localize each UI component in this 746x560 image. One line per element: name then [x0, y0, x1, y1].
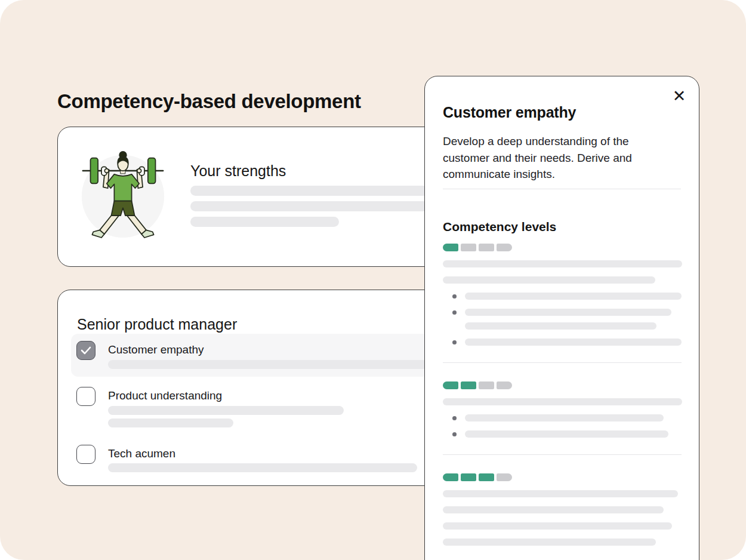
placeholder-bar — [465, 339, 682, 346]
placeholder-bar — [443, 276, 655, 284]
close-icon[interactable]: ✕ — [669, 86, 689, 106]
panel-divider — [443, 189, 681, 189]
bullet-item — [443, 339, 682, 346]
placeholder-bar — [108, 419, 233, 427]
level-3-progress-segments — [443, 473, 682, 481]
placeholder-bar — [443, 506, 664, 513]
placeholder-bar — [108, 406, 344, 415]
bullet-dot — [452, 310, 457, 315]
level-divider — [443, 454, 682, 455]
level-1-progress-segments — [443, 244, 682, 251]
checkbox-product-understanding[interactable] — [76, 387, 95, 406]
segment-empty — [497, 244, 512, 251]
segment-filled — [443, 381, 458, 389]
placeholder-bar — [108, 463, 417, 472]
checkmark-icon — [81, 346, 91, 355]
detail-panel-title: Customer empathy — [443, 102, 576, 122]
placeholder-bar — [465, 430, 668, 438]
competency-label[interactable]: Tech acumen — [108, 446, 175, 461]
screenshot-stage: Competency-based development — [0, 0, 746, 560]
page-background: Competency-based development — [0, 0, 746, 560]
level-2-progress-segments — [443, 381, 682, 389]
segment-empty — [479, 244, 494, 251]
competency-placeholder-bars — [108, 463, 417, 476]
placeholder-bar — [443, 398, 682, 405]
segment-empty — [461, 244, 476, 251]
segment-empty — [497, 381, 512, 389]
weightlifter-illustration — [79, 146, 167, 242]
bullet-dot — [452, 294, 457, 299]
bullet-dot — [452, 416, 457, 420]
competency-placeholder-bars — [108, 360, 478, 373]
segment-filled — [443, 244, 458, 251]
bullet-dot — [452, 432, 457, 436]
segment-filled — [461, 473, 476, 481]
competency-placeholder-bars — [108, 406, 344, 431]
placeholder-bar — [443, 260, 682, 267]
segment-filled — [461, 381, 476, 389]
bullet-item-continuation — [443, 322, 682, 330]
page-title: Competency-based development — [57, 90, 361, 113]
checkbox-tech-acumen[interactable] — [76, 445, 95, 464]
segment-empty — [479, 381, 494, 389]
bullet-item — [443, 293, 682, 300]
bullet-item — [443, 309, 682, 316]
placeholder-bar — [465, 322, 656, 330]
competency-detail-panel: Customer empathy ✕ Develop a deep unders… — [424, 76, 699, 560]
segment-filled — [443, 473, 458, 481]
placeholder-bar — [443, 539, 656, 546]
placeholder-bar — [190, 217, 339, 227]
competency-levels-heading: Competency levels — [443, 219, 556, 235]
role-card-title: Senior product manager — [77, 315, 237, 334]
placeholder-bar — [465, 293, 682, 300]
segment-filled — [479, 473, 494, 481]
bullet-dot — [452, 340, 457, 344]
strengths-card-title: Your strengths — [190, 161, 286, 180]
competency-label[interactable]: Product understanding — [108, 388, 222, 404]
checkbox-customer-empathy[interactable] — [76, 341, 95, 360]
competency-levels-list — [443, 244, 682, 546]
competency-label[interactable]: Customer empathy — [108, 342, 204, 358]
detail-panel-description: Develop a deep understanding of the cust… — [443, 133, 655, 183]
placeholder-bar — [465, 309, 671, 316]
placeholder-bar — [108, 360, 478, 369]
segment-empty — [497, 473, 512, 481]
placeholder-bar — [443, 522, 672, 530]
bullet-item — [443, 414, 682, 421]
placeholder-bar — [465, 414, 664, 421]
bullet-item — [443, 430, 682, 438]
level-divider — [443, 362, 682, 363]
placeholder-bar — [443, 490, 678, 497]
